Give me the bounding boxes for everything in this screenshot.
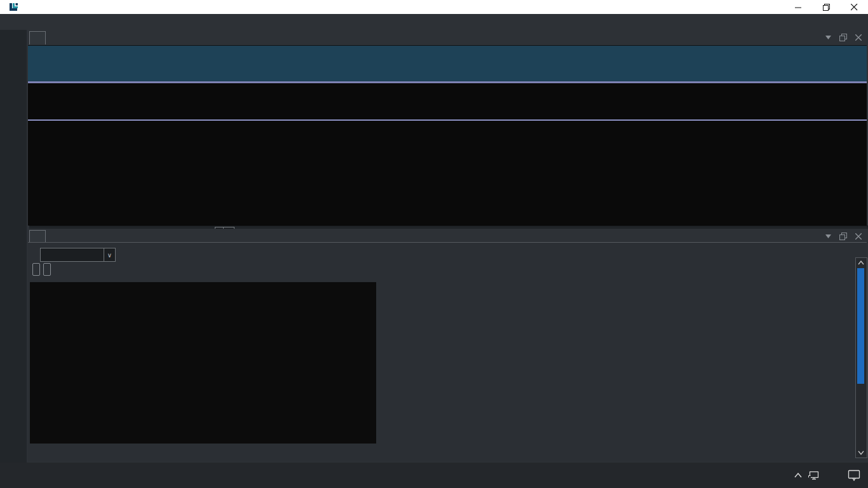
notification-icon[interactable] bbox=[848, 470, 860, 481]
tab-multimeter[interactable] bbox=[29, 230, 46, 243]
dock-menu-icon[interactable] bbox=[824, 33, 832, 42]
scroll-down-icon[interactable] bbox=[856, 448, 865, 458]
joulescope-app-window: ∨ ∨ bbox=[0, 0, 868, 488]
hold-button[interactable] bbox=[32, 263, 40, 276]
taskbar bbox=[0, 463, 868, 488]
device-select[interactable]: ∨ bbox=[40, 248, 116, 262]
multimeter-panel: ∨ bbox=[27, 229, 868, 463]
sidebar bbox=[0, 30, 27, 463]
dock-float-icon[interactable] bbox=[839, 232, 848, 241]
multimeter-tabrow bbox=[28, 230, 867, 243]
accrue-button[interactable] bbox=[43, 263, 51, 276]
tray-chevron-up-icon[interactable] bbox=[794, 473, 802, 478]
multimeter-readings bbox=[30, 282, 376, 444]
waveform-chart-zone bbox=[28, 83, 867, 226]
network-icon[interactable] bbox=[808, 470, 820, 480]
chevron-down-icon: ∨ bbox=[104, 248, 115, 261]
close-button[interactable] bbox=[840, 0, 868, 14]
scrollbar-thumb[interactable] bbox=[857, 268, 864, 384]
waveform-content: ∨ bbox=[28, 44, 867, 241]
axis-separator bbox=[28, 119, 867, 121]
waveform-main-chart[interactable] bbox=[81, 122, 782, 210]
tab-waveform[interactable] bbox=[29, 31, 46, 44]
menu-bar bbox=[0, 14, 868, 30]
waveform-overview-chart[interactable] bbox=[28, 45, 867, 82]
system-tray bbox=[794, 463, 868, 488]
scroll-up-icon[interactable] bbox=[856, 258, 865, 268]
minimize-button[interactable] bbox=[784, 0, 812, 14]
dock-close-icon[interactable] bbox=[854, 232, 863, 241]
title-bar bbox=[0, 0, 868, 14]
dock-menu-icon[interactable] bbox=[824, 232, 832, 241]
waveform-tabrow bbox=[28, 31, 867, 44]
multimeter-content: ∨ bbox=[28, 242, 867, 462]
waveform-panel: ∨ bbox=[27, 30, 868, 227]
app-logo-icon bbox=[9, 3, 18, 11]
dock-float-icon[interactable] bbox=[839, 33, 848, 42]
vertical-scrollbar[interactable] bbox=[855, 257, 867, 458]
restore-button[interactable] bbox=[812, 0, 840, 14]
dock-close-icon[interactable] bbox=[854, 33, 863, 42]
